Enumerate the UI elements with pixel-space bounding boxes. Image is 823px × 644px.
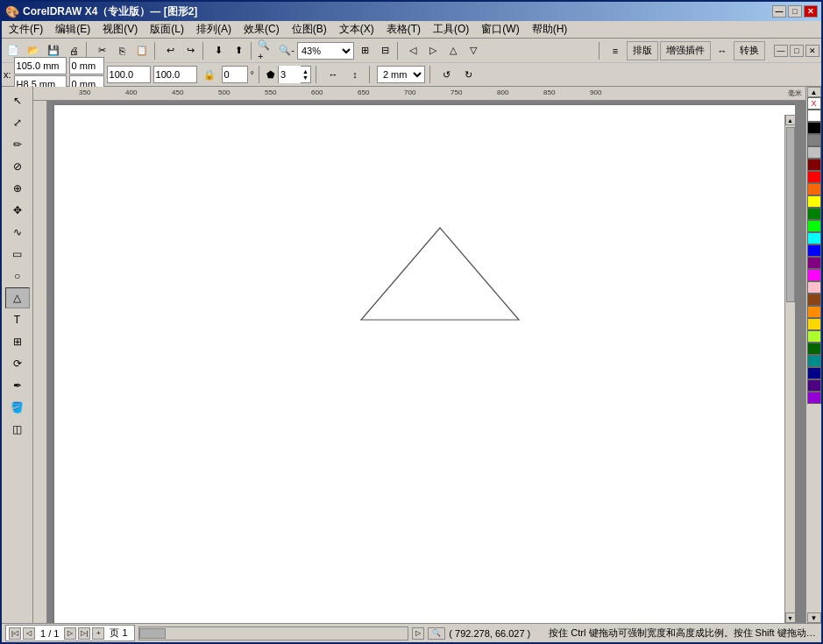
scrollbar-horizontal[interactable] — [138, 626, 409, 640]
mirror-h-button[interactable]: ↔ — [323, 65, 343, 84]
color-gold[interactable] — [807, 318, 821, 330]
blend-tool-button[interactable]: ⟳ — [5, 353, 30, 374]
page-next-button[interactable]: ▷ — [64, 627, 76, 640]
redo-button[interactable]: ↪ — [181, 41, 200, 60]
doc-minimize-button[interactable]: — — [774, 45, 788, 57]
color-pink[interactable] — [807, 281, 821, 294]
color-blue[interactable] — [807, 244, 821, 257]
mirror-v-button[interactable]: ↕ — [345, 65, 365, 84]
window-close-button[interactable]: ✕ — [804, 5, 818, 18]
plugin-button[interactable]: 增强插件 — [660, 41, 711, 60]
doc-close-button[interactable]: ✕ — [805, 45, 819, 57]
shape-tool-button[interactable]: ⤢ — [5, 112, 30, 133]
zoom-select[interactable]: 25% 43% 50% 75% 100% 150% 200% — [297, 42, 354, 60]
convert-button[interactable]: 转换 — [734, 41, 765, 60]
menu-layout[interactable]: 版面(L) — [145, 21, 189, 39]
apply-button[interactable]: ↻ — [459, 65, 479, 84]
points-up-button[interactable]: ▲ — [301, 68, 310, 74]
shadow-tool-button[interactable]: ◫ — [5, 419, 30, 440]
color-green[interactable] — [807, 208, 821, 220]
triangle-shape[interactable] — [361, 228, 519, 320]
window-minimize-button[interactable]: — — [772, 5, 786, 18]
hscroll-right-button[interactable]: ▷ — [412, 627, 424, 640]
zoom-pan-right[interactable]: ▷ — [423, 41, 443, 60]
menu-tools[interactable]: 工具(O) — [428, 21, 474, 39]
window-maximize-button[interactable]: □ — [788, 5, 802, 18]
import-button[interactable]: ⬇ — [209, 41, 228, 60]
zoom-pan-down[interactable]: ▽ — [464, 41, 483, 60]
points-down-button[interactable]: ▼ — [301, 74, 310, 81]
page-add-button[interactable]: + — [92, 627, 104, 640]
page-first-button[interactable]: |◁ — [9, 627, 21, 640]
vscroll-down-button[interactable]: ▼ — [785, 612, 796, 623]
color-darkcyan[interactable] — [807, 355, 821, 367]
reset-button[interactable]: ↺ — [437, 65, 457, 84]
color-magenta[interactable] — [807, 269, 821, 281]
vscroll-thumb[interactable] — [786, 127, 795, 302]
zoom-fit-button[interactable]: ⊞ — [355, 41, 374, 60]
menu-file[interactable]: 文件(F) — [4, 21, 48, 39]
paiban-button[interactable]: 排版 — [627, 41, 658, 60]
vscroll-up-button[interactable]: ▲ — [785, 115, 796, 125]
color-darkblue[interactable] — [807, 367, 821, 379]
menu-effects[interactable]: 效果(C) — [238, 21, 285, 39]
export-button[interactable]: ⬆ — [229, 41, 248, 60]
menu-text[interactable]: 文本(X) — [334, 21, 380, 39]
zoom-pan-left[interactable]: ◁ — [403, 41, 422, 60]
page-last-button[interactable]: ▷| — [78, 627, 90, 640]
color-silver[interactable] — [807, 146, 821, 159]
dx-input[interactable] — [69, 57, 104, 74]
curve-tool-button[interactable]: ∿ — [5, 222, 30, 243]
palette-scroll-up-button[interactable]: ▲ — [807, 87, 821, 97]
color-greenyellow[interactable] — [807, 330, 821, 343]
zoom-in-button[interactable]: 🔍+ — [257, 41, 276, 60]
paste-button[interactable]: 📋 — [132, 41, 152, 60]
fill-tool-button[interactable]: 🪣 — [5, 397, 30, 418]
menu-window[interactable]: 窗口(W) — [476, 21, 524, 39]
hscroll-thumb[interactable] — [139, 628, 166, 639]
polygon-tool-button[interactable]: △ — [5, 287, 30, 308]
points-input[interactable] — [279, 66, 301, 83]
zoom-out-button[interactable]: 🔍- — [277, 41, 296, 60]
page-prev-button[interactable]: ◁ — [23, 627, 35, 640]
color-brown[interactable] — [807, 294, 821, 306]
height-input[interactable] — [153, 66, 197, 83]
angle-input[interactable] — [222, 66, 248, 83]
color-lime[interactable] — [807, 220, 821, 232]
menu-bitmap[interactable]: 位图(B) — [287, 21, 332, 39]
color-white[interactable] — [807, 110, 821, 122]
select-tool-button[interactable]: ↖ — [5, 90, 30, 111]
color-maroon[interactable] — [807, 159, 821, 171]
menu-arrange[interactable]: 排列(A) — [191, 21, 237, 39]
rectangle-tool-button[interactable]: ▭ — [5, 244, 30, 265]
undo-button[interactable]: ↩ — [160, 41, 180, 60]
menu-help[interactable]: 帮助(H) — [527, 21, 573, 39]
color-gray[interactable] — [807, 134, 821, 146]
zoom-tool-button[interactable]: ⊕ — [5, 178, 30, 199]
color-purple[interactable] — [807, 257, 821, 269]
freehand-tool-button[interactable]: ✏ — [5, 134, 30, 155]
lock-ratio-button[interactable]: 🔒 — [200, 65, 219, 84]
zoom-page-button[interactable]: ⊟ — [375, 41, 394, 60]
zoom-status-button[interactable]: 🔍 — [428, 627, 445, 640]
color-orange[interactable] — [807, 183, 821, 195]
white-page[interactable] — [54, 105, 795, 623]
doc-restore-button[interactable]: □ — [790, 45, 804, 57]
color-indigo[interactable] — [807, 379, 821, 392]
color-yellow[interactable] — [807, 195, 821, 208]
text-tool-button[interactable]: T — [5, 309, 30, 330]
size-select[interactable]: 2 mm — [377, 66, 425, 83]
menu-table[interactable]: 表格(T) — [381, 21, 426, 39]
x-input[interactable] — [14, 57, 67, 74]
copy-button[interactable]: ⎘ — [112, 41, 131, 60]
menu-edit[interactable]: 编辑(E) — [50, 21, 96, 39]
zoom-pan-up[interactable]: △ — [443, 41, 463, 60]
color-darkgreen[interactable] — [807, 343, 821, 355]
ellipse-tool-button[interactable]: ○ — [5, 265, 30, 287]
smart-fill-button[interactable]: ⊘ — [5, 156, 30, 177]
eyedropper-button[interactable]: ✒ — [5, 375, 30, 396]
color-red[interactable] — [807, 171, 821, 183]
table-tool-button[interactable]: ⊞ — [5, 331, 30, 352]
palette-scroll-down-button[interactable]: ▼ — [807, 612, 821, 623]
no-color-swatch[interactable] — [807, 97, 821, 110]
